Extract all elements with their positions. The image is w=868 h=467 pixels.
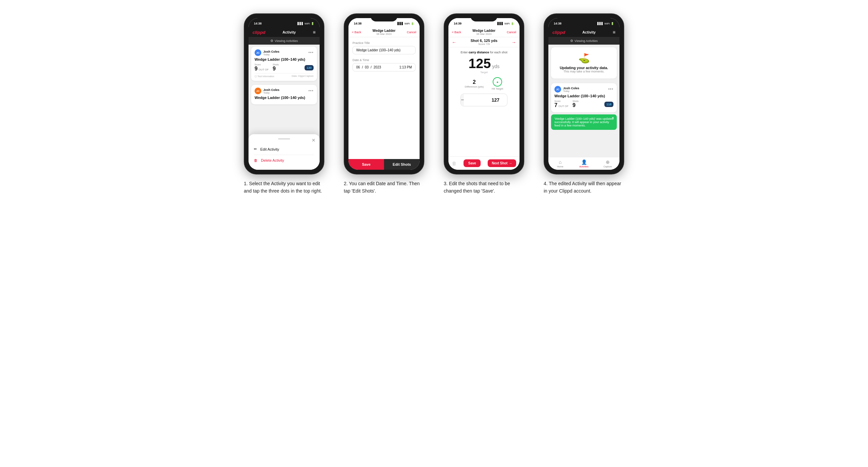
phone-1: 14:38 ▋▋▋ WiFi 🔋 clippd Activity ≡ (244, 13, 324, 175)
golf-flag-icon: ⛳ (578, 53, 590, 64)
top-nav-4: clippd Activity ≡ (548, 28, 619, 37)
phone-2-column: 14:38 ▋▋▋ WiFi 🔋 < Back Wedge Ladder 06 … (339, 13, 429, 195)
distance-input-row[interactable]: − + (461, 94, 507, 106)
shots-val-4: 9 (572, 102, 576, 108)
battery-icon-3: 🔋 (511, 22, 514, 25)
notch-1 (271, 14, 298, 22)
phone-2: 14:38 ▋▋▋ WiFi 🔋 < Back Wedge Ladder 06 … (344, 13, 424, 175)
card-2-user: JC Josh Coles Today (254, 88, 279, 94)
three-dots-2[interactable]: ••• (308, 89, 314, 93)
score-stat-1: Score 9 OUT OF (254, 63, 269, 72)
card-stats-1: Score 9 OUT OF Shots 9 130 (254, 63, 314, 72)
signal-icon-2: ▋▋▋ (398, 22, 403, 25)
wifi-icon-2: WiFi (404, 22, 410, 25)
difference-stat: 2 Difference (yds) (465, 79, 484, 88)
card-title-1: Wedge Ladder (100–140 yds) (254, 57, 314, 61)
caption-3: 3. Edit the shots that need to be change… (444, 180, 524, 195)
logo-1: clippd (253, 30, 265, 35)
delete-activity-item[interactable]: 🗑 Delete Activity (254, 155, 314, 166)
shot-bottom-bar: 🗑 Save Next Shot → (448, 156, 520, 170)
tab-capture-label: Capture (603, 165, 612, 168)
status-time-2: 14:38 (354, 22, 362, 25)
tab-home[interactable]: ⌂ Home (548, 159, 572, 168)
signal-icon-3: ▋▋▋ (497, 22, 503, 25)
phone-3: 14:39 ▋▋▋ WiFi 🔋 < Back Wedge Ladder 06 … (444, 13, 524, 175)
nav-title-4: Activity (582, 30, 596, 34)
save-btn-2[interactable]: Save (348, 159, 384, 170)
wifi-icon-4: WiFi (604, 22, 610, 25)
sheet-handle (278, 138, 290, 139)
score-val-4: 7 (554, 102, 557, 108)
capture-icon: ⊕ (606, 159, 610, 165)
phone-3-column: 14:39 ▋▋▋ WiFi 🔋 < Back Wedge Ladder 06 … (439, 13, 529, 195)
nav-center-sub-2: 06 Mar 2023 (373, 33, 396, 36)
edit-shots-btn-2[interactable]: Edit Shots (384, 159, 420, 170)
sheet-close[interactable]: ✕ (312, 137, 316, 143)
phone-3-inner: 14:39 ▋▋▋ WiFi 🔋 < Back Wedge Ladder 06 … (448, 18, 520, 170)
activity-card-2: JC Josh Coles Today ••• Wedge Ladder (10… (251, 85, 317, 104)
loading-title: Updating your activity data. (560, 66, 608, 70)
quality-badge-4: 118 (604, 102, 614, 107)
three-dots-1[interactable]: ••• (308, 50, 314, 55)
status-icons-2: ▋▋▋ WiFi 🔋 (398, 22, 414, 25)
card-4-header: JC Josh Coles Today ••• (554, 86, 614, 93)
phone-4-content: ⚙ Viewing Activities ⛳ Updating your act… (548, 37, 619, 157)
carry-label: Enter carry distance for each shot (461, 51, 507, 54)
loading-sub: This may take a few moments. (563, 70, 604, 73)
back-btn-3[interactable]: < Back (452, 31, 461, 34)
success-toast: 'Wedge Ladder (100–140 yds)' was updated… (551, 115, 617, 130)
tab-capture[interactable]: ⊕ Capture (596, 159, 619, 168)
status-icons-1: ▋▋▋ WiFi 🔋 (298, 22, 314, 25)
save-shot-btn[interactable]: Save (464, 159, 480, 167)
cancel-btn-3[interactable]: Cancel (507, 31, 516, 34)
score-stat-4: Score 7 OUT OF (554, 100, 568, 108)
battery-icon-4: 🔋 (611, 22, 614, 25)
tab-home-label: Home (557, 165, 563, 168)
trash-icon-3[interactable]: 🗑 (452, 161, 457, 166)
tab-activities[interactable]: 👤 Activities (572, 159, 596, 168)
status-time-1: 14:38 (254, 22, 261, 25)
card-1-header: JC Josh Coles Today ••• (254, 49, 314, 56)
edit-activity-item[interactable]: ✏ Edit Activity (254, 144, 314, 155)
toast-text: 'Wedge Ladder (100–140 yds)' was updated… (554, 117, 614, 127)
phone-1-inner: 14:38 ▋▋▋ WiFi 🔋 clippd Activity ≡ (249, 18, 320, 170)
toast-close[interactable]: ✕ (612, 116, 614, 120)
distance-input[interactable] (464, 97, 507, 103)
day-value: 06 (356, 65, 360, 69)
card-stats-4: Score 7 OUT OF Shots 9 118 (554, 100, 614, 108)
distance-value: 125 (469, 57, 491, 70)
distance-display: 125 yds (469, 57, 500, 70)
card-title-2: Wedge Ladder (100–140 yds) (254, 96, 314, 100)
arrow-left[interactable]: ← (452, 39, 457, 45)
form-section-2: Practice Title Wedge Ladder (100–140 yds… (348, 37, 420, 159)
hit-target-icon (493, 77, 502, 87)
filter-icon-1: ⚙ (270, 39, 273, 42)
datetime-row[interactable]: 06 / 03 / 2023 1:13 PM (352, 63, 415, 71)
nav-back-bar-2: < Back Wedge Ladder 06 Mar 2023 Cancel (348, 28, 420, 37)
user-name-4: Josh Coles (563, 87, 579, 90)
activity-card-4: JC Josh Coles Today ••• Wedge Ladder (10… (551, 83, 617, 113)
shot-score: Score 7/9 (470, 42, 497, 45)
time-value: 1:13 PM (399, 65, 412, 69)
shot-nav-center: Shot 6, 125 yds Score 7/9 (470, 39, 497, 45)
menu-icon-1[interactable]: ≡ (313, 30, 316, 35)
user-name-2: Josh Coles (263, 88, 279, 92)
nav-title-1: Activity (282, 30, 296, 34)
next-shot-btn[interactable]: Next Shot → (488, 159, 516, 167)
menu-icon-4[interactable]: ≡ (613, 30, 615, 35)
caption-2: 2. You can edit Date and Time. Then tap … (344, 180, 424, 195)
phones-row: 14:38 ▋▋▋ WiFi 🔋 clippd Activity ≡ (239, 13, 629, 195)
shots-stat-4: Shots 9 (572, 100, 579, 108)
user-info-1: Josh Coles Today (263, 50, 279, 56)
practice-title-input[interactable]: Wedge Ladder (100–140 yds) (352, 46, 415, 54)
arrow-right-icon: → (509, 161, 512, 165)
year-value: 2023 (374, 65, 381, 69)
minus-btn[interactable]: − (461, 94, 464, 106)
difference-value: 2 (465, 79, 484, 85)
bottom-buttons-2: Save Edit Shots (348, 159, 420, 170)
wifi-icon-3: WiFi (504, 22, 510, 25)
back-btn-2[interactable]: < Back (352, 31, 361, 34)
three-dots-4[interactable]: ••• (608, 87, 614, 92)
arrow-right[interactable]: → (512, 39, 516, 45)
cancel-btn-2[interactable]: Cancel (407, 31, 416, 34)
